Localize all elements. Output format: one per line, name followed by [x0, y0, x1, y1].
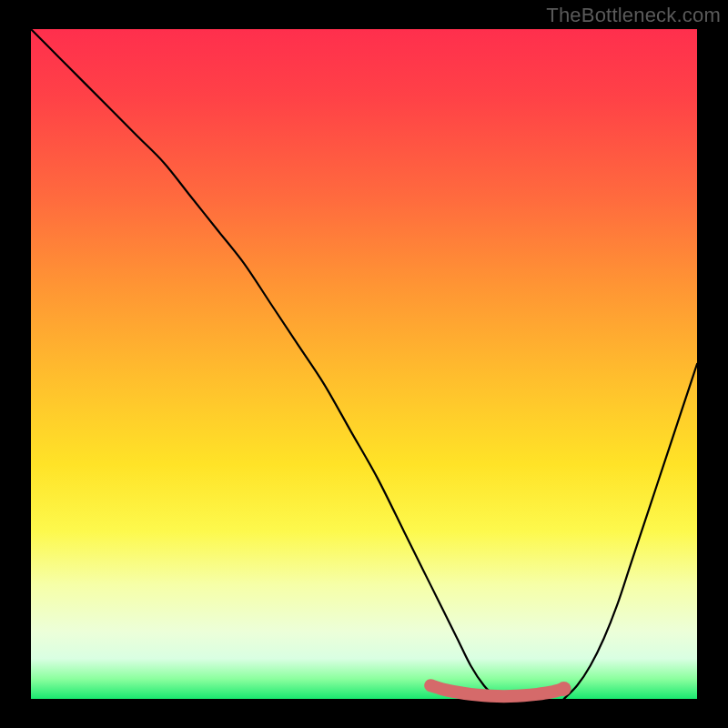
plot-area: [31, 29, 697, 699]
curve-layer: [31, 29, 697, 699]
highlight-dot: [557, 682, 571, 696]
watermark-text: TheBottleneck.com: [546, 4, 721, 27]
left-curve: [31, 29, 497, 699]
right-curve: [564, 364, 697, 699]
chart-frame: TheBottleneck.com: [0, 0, 728, 728]
highlight-segment: [430, 685, 563, 696]
